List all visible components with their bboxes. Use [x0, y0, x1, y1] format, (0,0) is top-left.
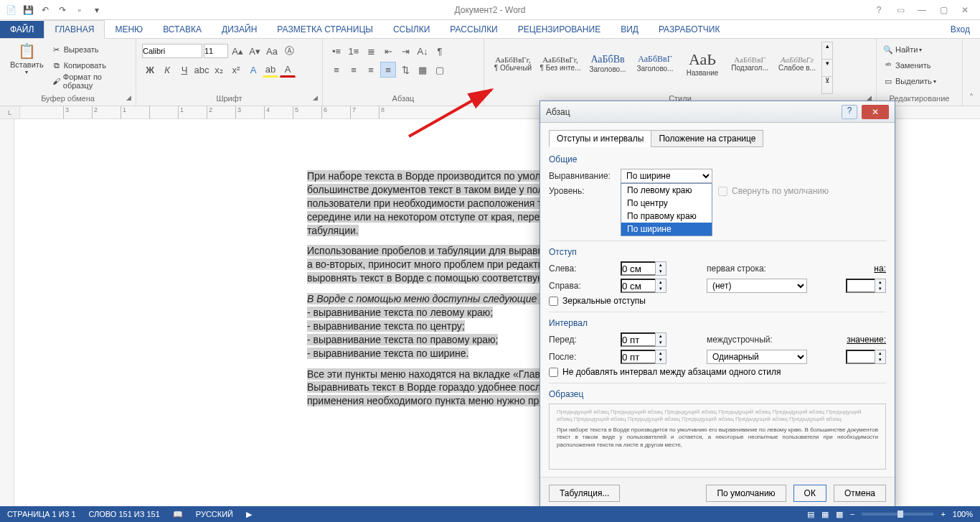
align-option-center[interactable]: По центру: [621, 197, 712, 210]
undo-icon[interactable]: ↶: [39, 4, 52, 17]
bullets-icon[interactable]: •≡: [329, 43, 344, 59]
strike-icon[interactable]: abc: [194, 62, 209, 78]
style-heading2[interactable]: АаБбВвГЗаголово...: [632, 42, 678, 85]
align-center-icon[interactable]: ≡: [346, 62, 362, 78]
change-case-icon[interactable]: Aa: [264, 43, 280, 59]
ribbon-display-icon[interactable]: ▭: [891, 5, 910, 15]
tab-mailings[interactable]: РАССЫЛКИ: [440, 21, 507, 38]
sign-in-link[interactable]: Вход: [941, 21, 980, 38]
subscript-icon[interactable]: x₂: [211, 62, 227, 78]
status-language[interactable]: РУССКИЙ: [196, 510, 233, 518]
style-normal[interactable]: АаБбВвГг,¶ Обычный: [490, 42, 536, 85]
clear-format-icon[interactable]: Ⓐ: [281, 43, 297, 59]
zoom-level[interactable]: 100%: [953, 510, 973, 518]
italic-icon[interactable]: К: [159, 62, 175, 78]
style-nospacing[interactable]: АаБбВвГг,¶ Без инте...: [537, 42, 583, 85]
ok-button[interactable]: ОК: [793, 485, 826, 502]
format-painter-button[interactable]: 🖌Формат по образцу: [51, 73, 130, 89]
save-icon[interactable]: 💾: [22, 4, 34, 17]
indent-left-input[interactable]: [621, 261, 655, 276]
bold-icon[interactable]: Ж: [142, 62, 158, 78]
mirror-indents-checkbox[interactable]: [549, 297, 558, 306]
view-web-icon[interactable]: ▩: [836, 510, 843, 519]
status-proofing-icon[interactable]: 📖: [173, 510, 183, 519]
line-spacing-value-input[interactable]: [846, 350, 875, 364]
paste-button[interactable]: 📋 Вставить ▾: [6, 40, 48, 77]
multilevel-icon[interactable]: ≣: [363, 43, 379, 59]
status-page[interactable]: СТРАНИЦА 1 ИЗ 1: [7, 510, 76, 518]
align-option-left[interactable]: По левому краю: [621, 184, 712, 197]
tab-file[interactable]: ФАЙЛ: [0, 21, 44, 38]
style-heading1[interactable]: АаБбВвЗаголово...: [585, 42, 631, 85]
maximize-icon[interactable]: ▢: [934, 5, 953, 15]
spinner-up-icon[interactable]: ▴: [656, 262, 666, 269]
borders-icon[interactable]: ▢: [432, 62, 448, 78]
select-button[interactable]: ▭Выделить▾: [882, 73, 936, 89]
tab-view[interactable]: ВИД: [611, 21, 649, 38]
first-line-select[interactable]: (нет): [707, 279, 807, 293]
style-title[interactable]: АаЬНазвание: [679, 42, 725, 85]
line-spacing-icon[interactable]: ⇅: [397, 62, 413, 78]
replace-button[interactable]: ᵃᵇЗаменить: [882, 57, 930, 73]
spacing-before-input[interactable]: [621, 332, 655, 347]
status-macro-icon[interactable]: ▶: [246, 510, 252, 519]
first-line-by-input[interactable]: [846, 279, 875, 293]
clipboard-launcher-icon[interactable]: ◢: [124, 94, 133, 103]
shading-icon[interactable]: ▦: [415, 62, 430, 78]
show-marks-icon[interactable]: ¶: [432, 43, 448, 59]
align-right-icon[interactable]: ≡: [363, 62, 379, 78]
spinner-up-icon[interactable]: ▴: [656, 279, 666, 286]
increase-indent-icon[interactable]: ⇥: [397, 43, 413, 59]
redo-icon[interactable]: ↷: [56, 4, 69, 17]
sort-icon[interactable]: A↓: [415, 43, 430, 59]
status-words[interactable]: СЛОВО 151 ИЗ 151: [89, 510, 160, 518]
spacing-after-input[interactable]: [621, 350, 655, 364]
tab-developer[interactable]: РАЗРАБОТЧИК: [649, 21, 730, 38]
dialog-help-icon[interactable]: ?: [842, 105, 857, 119]
spinner-down-icon[interactable]: ▾: [656, 286, 666, 292]
tab-home[interactable]: ГЛАВНАЯ: [44, 20, 105, 39]
indent-right-input[interactable]: [621, 279, 655, 293]
tabs-button[interactable]: Табуляция...: [549, 485, 620, 502]
tab-insert[interactable]: ВСТАВКА: [153, 21, 212, 38]
highlight-icon[interactable]: ab: [263, 62, 278, 78]
superscript-icon[interactable]: x²: [228, 62, 244, 78]
cancel-button[interactable]: Отмена: [834, 485, 886, 502]
font-color-icon[interactable]: A: [280, 62, 296, 78]
cut-button[interactable]: ✂Вырезать: [51, 42, 130, 57]
view-read-icon[interactable]: ▤: [807, 510, 814, 519]
text-effects-icon[interactable]: A: [245, 62, 261, 78]
dialog-titlebar[interactable]: Абзац ? ✕: [540, 101, 895, 123]
view-print-icon[interactable]: ▦: [821, 510, 829, 519]
tab-review[interactable]: РЕЦЕНЗИРОВАНИЕ: [508, 21, 611, 38]
styles-down-icon[interactable]: ▾: [822, 59, 832, 76]
set-default-button[interactable]: По умолчанию: [706, 485, 786, 502]
font-name-input[interactable]: [142, 44, 202, 58]
close-window-icon[interactable]: ✕: [956, 5, 974, 15]
qat-more-icon[interactable]: ▾: [90, 4, 103, 17]
align-option-justify[interactable]: По ширине: [621, 223, 712, 236]
numbering-icon[interactable]: 1≡: [346, 43, 362, 59]
tab-references[interactable]: ССЫЛКИ: [383, 21, 440, 38]
no-space-same-style-checkbox[interactable]: [549, 368, 558, 377]
dialog-tab-indents[interactable]: Отступы и интервалы: [549, 130, 651, 147]
font-launcher-icon[interactable]: ◢: [311, 94, 319, 103]
collapse-ribbon-icon[interactable]: ˄: [963, 39, 980, 106]
style-subtitle[interactable]: АаБбВвГПодзагол...: [727, 42, 773, 85]
alignment-select[interactable]: По ширине: [621, 169, 712, 183]
styles-more-icon[interactable]: ⊻: [822, 76, 832, 93]
help-icon[interactable]: ?: [870, 5, 888, 15]
tab-layout[interactable]: РАЗМЕТКА СТРАНИЦЫ: [267, 21, 383, 38]
underline-icon[interactable]: Ч: [176, 62, 192, 78]
style-subtle[interactable]: АаБбВвГгСлабое в...: [774, 42, 820, 85]
zoom-in-icon[interactable]: +: [941, 510, 945, 518]
zoom-slider[interactable]: [862, 513, 933, 516]
dialog-tab-pagination[interactable]: Положение на странице: [651, 130, 763, 147]
dialog-close-icon[interactable]: ✕: [862, 105, 889, 119]
line-spacing-select[interactable]: Одинарный: [707, 350, 807, 364]
styles-up-icon[interactable]: ▴: [822, 42, 832, 59]
zoom-out-icon[interactable]: −: [850, 510, 854, 518]
ruler-vertical[interactable]: [0, 119, 14, 506]
decrease-indent-icon[interactable]: ⇤: [380, 43, 396, 59]
find-button[interactable]: 🔍Найти▾: [882, 42, 922, 57]
